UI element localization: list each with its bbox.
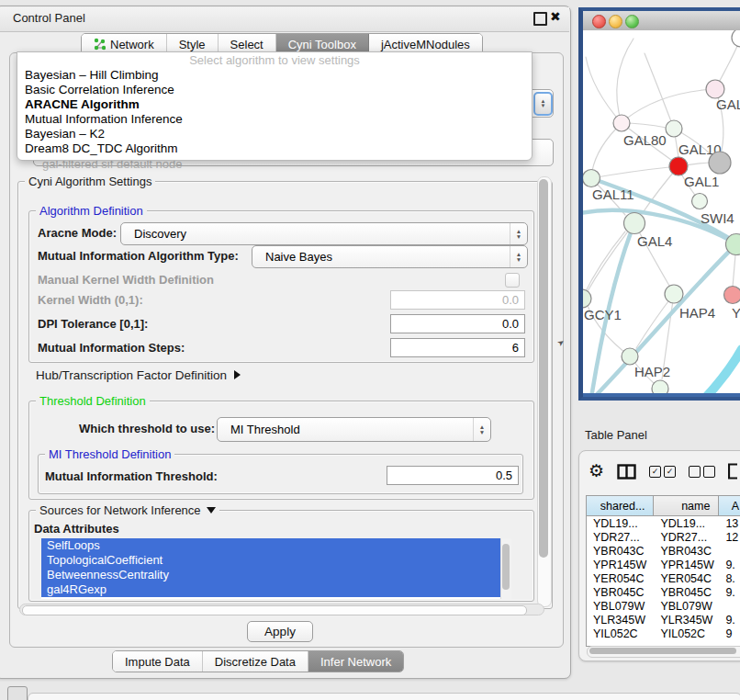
algorithm-option[interactable]: ARACNE Algorithm (17, 97, 532, 112)
tab-label: Style (179, 38, 206, 51)
network-node-gal80[interactable] (613, 115, 630, 131)
settings-vertical-scrollbar[interactable] (537, 176, 552, 607)
table-row[interactable]: YDR27...YDR27...12 (587, 530, 740, 544)
algorithm-option[interactable]: Mutual Information Inference (17, 112, 532, 127)
network-node[interactable] (709, 152, 731, 174)
control-panel-titlebar[interactable] (0, 7, 569, 32)
bottom-tab-impute-data[interactable]: Impute Data (113, 651, 203, 672)
deselect-all-checks-icon[interactable] (689, 466, 715, 478)
table-horizontal-scrollbar[interactable] (587, 646, 740, 658)
data-attribute-item-selected[interactable]: gal4RGexp (41, 582, 500, 597)
network-node-gal10[interactable] (666, 120, 682, 137)
columns-icon[interactable] (617, 464, 636, 480)
table-row[interactable]: YBL079WYBL079W (587, 599, 740, 613)
bottom-tab-discretize-data[interactable]: Discretize Data (203, 651, 308, 672)
sources-group-title[interactable]: Sources for Network Inference (36, 503, 219, 517)
table-row[interactable]: YLR345WYLR345W9. (587, 613, 740, 627)
tab-label: Network (110, 38, 154, 51)
data-attribute-item-selected[interactable]: SelfLoops (41, 538, 500, 553)
manual-kernel-label: Manual Kernel Width Definition (38, 273, 214, 287)
network-edge (586, 57, 622, 123)
manual-kernel-checkbox[interactable] (505, 273, 520, 288)
network-node-label: SWI4 (701, 210, 734, 226)
column-header-name[interactable]: name (654, 496, 719, 516)
network-node-hap4[interactable] (665, 285, 683, 303)
scrollbar-thumb[interactable] (539, 179, 548, 558)
network-node-gal1[interactable] (669, 157, 688, 175)
attributes-scrollbar[interactable] (500, 538, 511, 599)
table-cell: YPR145W (654, 558, 719, 571)
network-canvas[interactable]: GALGAL80GAL10GAL1GAL11SWI4GAL4GCY1HAP4YH… (583, 30, 740, 393)
mi-threshold-field[interactable]: 0.5 (387, 466, 519, 485)
mi-type-combo[interactable]: Naive Bayes ▲▼ (252, 245, 528, 268)
close-icon[interactable]: ✖ (550, 9, 561, 24)
algorithm-option[interactable]: Basic Correlation Inference (17, 83, 532, 97)
network-node-gcy1[interactable] (583, 289, 591, 308)
data-attribute-item-selected[interactable]: BetweennessCentrality (41, 568, 500, 582)
close-traffic-light-icon[interactable] (592, 15, 606, 28)
table-row[interactable]: YER054CYER054C8. (587, 571, 740, 585)
aracne-mode-value: Discovery (121, 227, 510, 241)
table-cell: YIL052C (654, 627, 719, 640)
algorithm-option[interactable]: Bayesian – Hill Climbing (17, 68, 532, 83)
network-edge (636, 294, 674, 348)
chevron-right-icon (234, 370, 241, 379)
document-icon[interactable] (728, 463, 737, 480)
gear-icon[interactable]: ⚙ (589, 462, 604, 480)
network-node-gal[interactable] (706, 80, 724, 98)
algorithm-popup-prompt: Select algorithm to view settings (17, 53, 532, 68)
algorithm-definition-title: Algorithm Definition (36, 204, 147, 218)
tab-label: Select (230, 38, 263, 51)
network-node-label: GAL4 (637, 233, 672, 249)
combo-stepper-icon[interactable]: ▲▼ (533, 92, 553, 116)
bottom-tab-infer-network[interactable]: Infer Network (308, 651, 403, 672)
table-cell: YPR145W (587, 558, 654, 571)
network-node-label: Y (732, 305, 740, 321)
network-node-hap2[interactable] (622, 348, 638, 365)
mi-type-value: Naive Bayes (252, 250, 510, 264)
bottom-panel-edge (28, 693, 740, 700)
minimize-traffic-light-icon[interactable] (609, 15, 622, 28)
scrollbar-thumb[interactable] (502, 544, 510, 590)
aracne-mode-combo[interactable]: Discovery ▲▼ (120, 222, 528, 245)
network-node-gal11[interactable] (583, 170, 600, 187)
algorithm-option[interactable]: Bayesian – K2 (17, 127, 532, 141)
column-header-shared[interactable]: shared... (587, 496, 654, 516)
table-row[interactable]: YBR045CYBR045C9. (587, 585, 740, 599)
network-view-titlebar[interactable] (583, 11, 740, 31)
network-node[interactable] (732, 30, 740, 47)
data-attribute-item-selected[interactable]: TopologicalCoefficient (41, 553, 500, 568)
chevron-down-icon (207, 507, 216, 514)
algorithm-option[interactable]: Dream8 DC_TDC Algorithm (17, 141, 532, 156)
data-attributes-label: Data Attributes (34, 522, 119, 536)
apply-button[interactable]: Apply (247, 621, 313, 642)
network-icon (94, 38, 106, 51)
scrollbar-thumb[interactable] (589, 648, 736, 654)
table-row[interactable]: YDL19...YDL19...13 (587, 516, 740, 531)
which-threshold-label: Which threshold to use: (79, 422, 215, 435)
settings-horizontal-scrollbar[interactable] (19, 604, 544, 615)
zoom-traffic-light-icon[interactable] (625, 15, 639, 28)
mi-steps-field[interactable]: 6 (390, 338, 525, 357)
network-node-label: GAL1 (684, 174, 719, 189)
network-node-swi4[interactable] (692, 194, 708, 209)
float-window-icon[interactable] (533, 12, 547, 26)
hub-definition-expander[interactable]: Hub/Transcription Factor Definition (36, 368, 241, 382)
attribute-table[interactable]: shared...nameAYDL19...YDL19...13YDR27...… (586, 495, 740, 647)
table-cell: 9. (719, 558, 740, 571)
table-row[interactable]: YBR043CYBR043C (587, 544, 740, 558)
data-attributes-list[interactable]: SelfLoopsTopologicalCoefficientBetweenne… (41, 538, 500, 599)
select-all-checks-icon[interactable]: ✓✓ (649, 466, 676, 478)
table-row[interactable]: YPR145WYPR145W9. (587, 558, 740, 571)
table-cell: 9. (719, 613, 740, 627)
network-node-y[interactable] (724, 287, 740, 304)
network-node-gal4[interactable] (624, 213, 645, 234)
minimized-panel-icon[interactable] (7, 686, 28, 700)
which-threshold-combo[interactable]: MI Threshold ▲▼ (217, 417, 491, 442)
table-row[interactable]: YIL052CYIL052C9 (587, 627, 740, 640)
network-node[interactable] (652, 380, 668, 393)
column-header-a[interactable]: A (719, 496, 740, 516)
dpi-tolerance-field[interactable]: 0.0 (390, 314, 525, 333)
table-panel-title: Table Panel (585, 428, 647, 442)
scrollbar-thumb[interactable] (22, 605, 527, 615)
